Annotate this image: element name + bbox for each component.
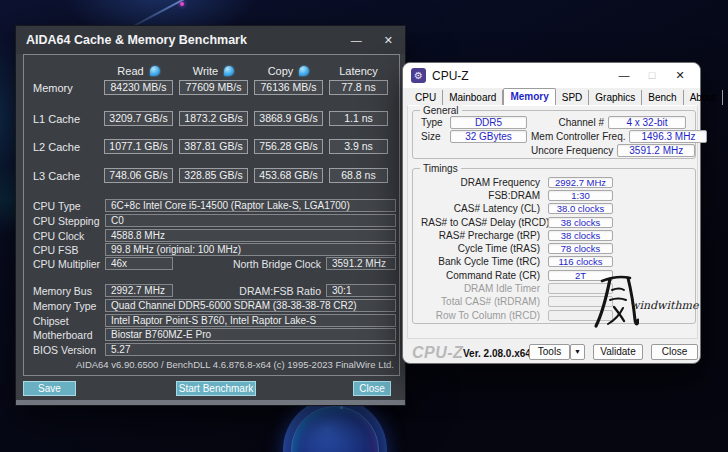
copy-info-bubble-icon[interactable] bbox=[299, 66, 309, 76]
north-bridge-clock-label: North Bridge Clock bbox=[173, 258, 326, 270]
tools-dropdown-icon[interactable]: ▼ bbox=[570, 344, 585, 360]
cpuz-close-button[interactable]: Close bbox=[651, 344, 698, 360]
memory-tab-page: General Type DDR5 Channel # 4 x 32-bit S… bbox=[407, 105, 698, 339]
benchmark-row-memory: Memory 84230 MB/s 77609 MB/s 76136 MB/s … bbox=[24, 80, 399, 95]
cpu-multiplier-value: 46x bbox=[105, 257, 173, 270]
minimize-icon[interactable]: — bbox=[351, 26, 362, 54]
l1-read-value: 3209.7 GB/s bbox=[104, 111, 173, 126]
trc-value: 116 clocks bbox=[548, 256, 613, 267]
cpu-clock-label: CPU Clock bbox=[33, 230, 105, 242]
l2-latency-value: 3.9 ns bbox=[329, 139, 388, 154]
cpuz-window: ⚙ CPU-Z — □ ✕ CPU Mainboard Memory SPD G… bbox=[402, 62, 701, 364]
minimize-icon[interactable]: — bbox=[610, 63, 638, 88]
close-button[interactable]: Close bbox=[353, 381, 391, 396]
timings-group-label: Timings bbox=[420, 163, 461, 174]
cpuz-titlebar[interactable]: ⚙ CPU-Z — □ ✕ bbox=[403, 63, 700, 88]
read-info-bubble-icon[interactable] bbox=[150, 66, 160, 76]
memory-bus-value: 2992.7 MHz bbox=[105, 284, 173, 297]
row-label: L2 Cache bbox=[33, 141, 98, 153]
save-button[interactable]: Save bbox=[23, 381, 76, 396]
cas-latency-label: CAS# Latency (CL) bbox=[421, 203, 548, 214]
l2-copy-value: 756.28 GB/s bbox=[254, 139, 323, 154]
row-label: Memory bbox=[33, 82, 98, 94]
timings-groupbox: Timings DRAM Frequency2992.7 MHz FSB:DRA… bbox=[412, 168, 696, 324]
close-icon[interactable]: ✕ bbox=[666, 63, 694, 88]
mem-controller-freq-value: 1496.3 MHz bbox=[629, 130, 707, 143]
cpuz-logo: CPU-Z bbox=[412, 344, 463, 362]
tab-mainboard[interactable]: Mainboard bbox=[443, 90, 503, 105]
size-value: 32 GBytes bbox=[450, 130, 527, 143]
total-cas-label: Total CAS# (tRDRAM) bbox=[421, 296, 548, 307]
north-bridge-clock-value: 3591.2 MHz bbox=[326, 257, 396, 270]
bios-version-label: BIOS Version bbox=[33, 344, 105, 356]
row-label: L3 Cache bbox=[33, 170, 98, 182]
size-label: Size bbox=[421, 131, 446, 142]
l3-write-value: 328.85 GB/s bbox=[179, 168, 248, 183]
tools-button[interactable]: Tools bbox=[529, 344, 570, 360]
tab-memory[interactable]: Memory bbox=[503, 88, 555, 105]
cpu-stepping-label: CPU Stepping bbox=[33, 215, 105, 227]
mem-controller-freq-label: Mem Controller Freq. bbox=[531, 131, 625, 142]
aida64-titlebar[interactable]: AIDA64 Cache & Memory Benchmark — ✕ bbox=[16, 26, 405, 54]
dram-frequency-label: DRAM Frequency bbox=[421, 177, 548, 188]
cpu-type-value: 6C+8c Intel Core i5-14500 (Raptor Lake-S… bbox=[105, 199, 396, 212]
memory-bus-row: Memory Bus 2992.7 MHz DRAM:FSB Ratio 30:… bbox=[24, 284, 399, 297]
aida64-window: AIDA64 Cache & Memory Benchmark — ✕ Read… bbox=[15, 25, 406, 406]
aida64-version-footer: AIDA64 v6.90.6500 / BenchDLL 4.6.876.8-x… bbox=[76, 359, 394, 370]
l3-latency-value: 68.8 ns bbox=[329, 168, 388, 183]
wallpaper-sphere-art bbox=[283, 398, 387, 452]
cpu-type-label: CPU Type bbox=[33, 200, 105, 212]
memory-write-value: 77609 MB/s bbox=[179, 80, 248, 95]
memory-latency-value: 77.8 ns bbox=[329, 80, 388, 95]
tab-spd[interactable]: SPD bbox=[556, 90, 590, 105]
benchmark-row-l1: L1 Cache 3209.7 GB/s 1873.2 GB/s 3868.9 … bbox=[24, 111, 399, 126]
uncore-frequency-label: Uncore Frequency bbox=[531, 145, 613, 156]
memory-type-label: Memory Type bbox=[33, 300, 105, 312]
cpu-multiplier-row: CPU Multiplier 46x North Bridge Clock 35… bbox=[24, 257, 399, 270]
cas-latency-value: 38.0 clocks bbox=[548, 203, 613, 214]
benchmark-row-l2: L2 Cache 1077.1 GB/s 387.81 GB/s 756.28 … bbox=[24, 139, 399, 154]
close-icon[interactable]: ✕ bbox=[384, 26, 393, 54]
validate-button[interactable]: Validate bbox=[593, 344, 643, 360]
bios-version-row: BIOS Version 5.27 bbox=[24, 343, 399, 356]
memory-copy-value: 76136 MB/s bbox=[254, 80, 323, 95]
l2-read-value: 1077.1 GB/s bbox=[104, 139, 173, 154]
cpuz-window-title: CPU-Z bbox=[432, 69, 469, 83]
dram-idle-timer-value bbox=[548, 283, 613, 294]
command-rate-value: 2T bbox=[548, 270, 613, 281]
cpuz-version: Ver. 2.08.0.x64 bbox=[463, 348, 531, 359]
type-label: Type bbox=[421, 117, 446, 128]
l2-write-value: 387.81 GB/s bbox=[179, 139, 248, 154]
tab-cpu[interactable]: CPU bbox=[409, 90, 443, 105]
cpu-fsb-label: CPU FSB bbox=[33, 244, 105, 256]
cpu-fsb-value: 99.8 MHz (original: 100 MHz) bbox=[105, 243, 396, 256]
channel-value: 4 x 32-bit bbox=[608, 116, 686, 129]
memory-type-value: DDR5 bbox=[450, 116, 527, 129]
column-header-read: Read bbox=[117, 65, 143, 77]
benchmark-row-l3: L3 Cache 748.06 GB/s 328.85 GB/s 453.68 … bbox=[24, 168, 399, 183]
cpu-stepping-value: C0 bbox=[105, 214, 396, 227]
cpuz-app-icon: ⚙ bbox=[411, 68, 426, 83]
wallpaper-dot-art bbox=[180, 2, 184, 6]
channel-label: Channel # bbox=[531, 117, 604, 128]
command-rate-label: Command Rate (CR) bbox=[421, 270, 548, 281]
start-benchmark-button[interactable]: Start Benchmark bbox=[176, 381, 256, 396]
cpu-fsb-row: CPU FSB 99.8 MHz (original: 100 MHz) bbox=[24, 243, 399, 256]
cpuz-tab-bar: CPU Mainboard Memory SPD Graphics Bench … bbox=[403, 88, 700, 105]
fsb-dram-value: 1:30 bbox=[548, 190, 613, 201]
write-info-bubble-icon[interactable] bbox=[224, 66, 234, 76]
dram-idle-timer-label: DRAM Idle Timer bbox=[421, 283, 548, 294]
tab-graphics[interactable]: Graphics bbox=[589, 90, 642, 105]
tab-bench[interactable]: Bench bbox=[642, 90, 683, 105]
tab-about[interactable]: About bbox=[684, 90, 723, 105]
general-groupbox: General Type DDR5 Channel # 4 x 32-bit S… bbox=[412, 110, 696, 159]
ras-precharge-value: 38 clocks bbox=[548, 230, 613, 241]
fsb-dram-label: FSB:DRAM bbox=[421, 190, 548, 201]
tras-label: Cycle Time (tRAS) bbox=[421, 243, 548, 254]
ras-to-cas-value: 38 clocks bbox=[548, 217, 613, 228]
benchmark-header-row: Read Write Copy Latency bbox=[24, 63, 399, 78]
cpu-stepping-row: CPU Stepping C0 bbox=[24, 214, 399, 227]
column-header-latency: Latency bbox=[339, 65, 378, 77]
cpu-clock-value: 4588.8 MHz bbox=[105, 229, 396, 242]
ras-precharge-label: RAS# Precharge (tRP) bbox=[421, 230, 548, 241]
